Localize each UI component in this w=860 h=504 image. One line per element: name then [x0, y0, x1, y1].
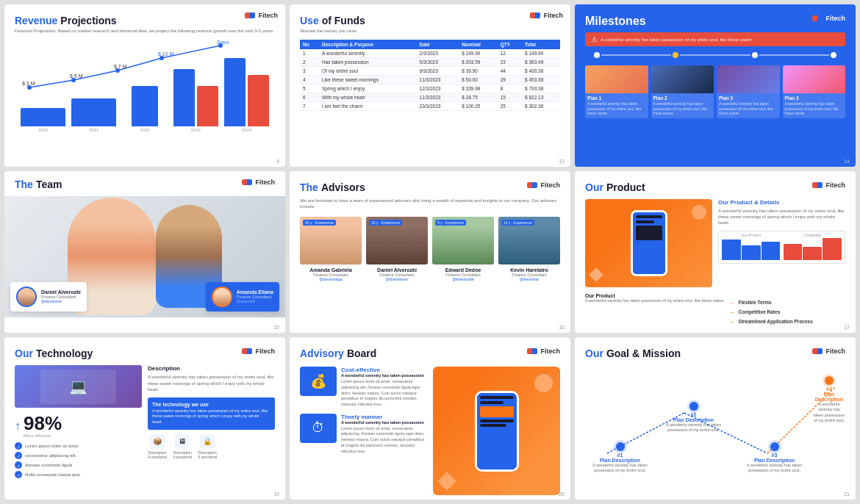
advisor-item-1: 20 y - Experience Amanda Gabriela Financ…: [300, 217, 362, 281]
ms-plan-label-2: Plan 2: [653, 96, 712, 101]
ms-plan-img-1: [585, 65, 648, 93]
phone-shape: [631, 210, 667, 276]
logo-dot-advisory: [527, 348, 537, 354]
funds-cell-nominal: $ 149.90: [459, 49, 498, 58]
goal-title-dark: Goal & Mission: [606, 348, 681, 359]
feature-arrow-1: →: [729, 299, 736, 306]
funds-cell-no: 6: [300, 93, 319, 102]
check-circle-4: ✓: [15, 471, 22, 478]
bar-blue-2021: [71, 98, 116, 126]
bar-label-2021: 2021: [89, 128, 98, 132]
team-member-card-right: Amanda Eliana Finance Consultant @amanda…: [206, 282, 279, 312]
goal-node-2: #2 Plan Description A wonderful serenity…: [666, 402, 721, 433]
funds-col-total: Total: [522, 40, 560, 49]
milestones-logo-text: Fitech: [825, 15, 845, 22]
advisory-logo-text: Fitech: [540, 348, 560, 355]
tech-icon-label-3: DescriptionA wonderful: [198, 450, 217, 459]
advisory-icon-2: ⏱: [300, 414, 337, 443]
funds-cell-desc: Has taken possession: [319, 58, 417, 67]
funds-cell-qty: 15: [498, 93, 522, 102]
feature-text-2: Competitive Rates: [739, 309, 781, 314]
product-chart-group-1: Our Product: [722, 233, 781, 260]
funds-cell-total: $ 149.90: [522, 49, 560, 58]
goal-logo: Fitech: [812, 348, 845, 355]
funds-table-row: 4Like these sweet mornings11/3/2023$ 50.…: [300, 76, 560, 84]
ms-plan-img-4: [783, 65, 846, 93]
technology-card: Our Technology Fitech 💻 ↑ 98% More effec…: [4, 337, 285, 500]
tech-icon-label-1: DescriptionA wonderful: [148, 450, 167, 459]
goal-card: Our Goal & Mission Fitech #1 Plan Descri…: [575, 337, 856, 500]
advisory-item-badge-2: A wonderful serenity has taken possessio…: [341, 420, 427, 425]
advisory-page-num: 20: [559, 492, 565, 497]
advisory-phone-display: [433, 367, 560, 495]
funds-table-row: 5Spring which I enjoy12/3/2023$ 339.998$…: [300, 84, 560, 93]
advisor-name-3: Edward Dedoe: [445, 267, 481, 273]
feature-arrow-2: →: [729, 309, 736, 316]
team-title-row: The Team: [15, 179, 62, 190]
advisory-title-dark: Board: [347, 348, 376, 359]
bar-group-2022: 2022: [122, 86, 167, 132]
milestone-dot-2: [671, 51, 680, 60]
milestones-page-num: 14: [844, 159, 850, 164]
funds-cell-total: $ 363.49: [522, 58, 560, 67]
product-bar-blue-3: [762, 242, 781, 260]
funds-cell-total: $ 453.38: [522, 76, 560, 84]
bar-label-2022: 2022: [140, 128, 149, 132]
advisor-name-1: Amanda Gabriela: [309, 267, 352, 273]
advisory-title-row: Advisory Board: [300, 348, 376, 359]
tech-check-item-3: ✓ Aenean commodo ligula: [15, 461, 142, 469]
ms-plan-card-3: Plan 3 A wonderful serenity has taken po…: [717, 65, 780, 118]
tech-bottom-title: The technology we use: [152, 402, 270, 407]
goal-dot-2: [689, 402, 698, 411]
ms-plan-text-3: A wonderful serenity has taken possessio…: [719, 101, 778, 116]
check-text-4: Nulla consequat massa quis: [25, 472, 80, 477]
goal-header-row: Our Goal & Mission Fitech: [585, 348, 845, 361]
tech-left: 💻 ↑ 98% More effective ✓ Lorem ipsum dol…: [15, 365, 142, 480]
product-chart-group-2: Competitor: [784, 233, 842, 260]
advisory-screen-bar-4: [480, 424, 507, 427]
bar-red-2023: [197, 86, 218, 126]
member-twitter-amanda: @amandali: [237, 299, 273, 303]
advisor-item-3: 8 y - Experience Edward Dedoe Finance Co…: [432, 217, 494, 281]
phone-screen-bar-2: [636, 220, 654, 223]
product-right-content: Our Product & Details A wonderful sereni…: [718, 199, 845, 287]
advisory-item-text-1: Lorem ipsum dolor sit amet, consectetur …: [341, 379, 427, 407]
tech-title-dark: Technology: [36, 348, 93, 359]
goal-plan-text-3: A wonderful serenity has taken possessio…: [747, 463, 802, 473]
advisory-item-badge-1: A wonderful serenity has taken possessio…: [341, 373, 427, 378]
product-bar-group-2: [784, 238, 842, 260]
tech-icon-label-2: DescriptionA wonderful: [173, 450, 192, 459]
funds-cell-desc: I am feel the charm: [319, 102, 417, 111]
logo-dot-advisors: [527, 182, 537, 188]
product-bar-blue-1: [722, 240, 741, 260]
advisor-twitter-2: @danielaver: [386, 277, 409, 281]
check-text-2: consectetur adipiscing elit.: [25, 453, 76, 458]
advisory-title-blue: Advisory: [300, 348, 344, 359]
phone-screen-main: [636, 226, 662, 240]
goal-title-row: Our Goal & Mission: [585, 348, 681, 359]
logo-dot-tech: [242, 348, 252, 354]
goal-map: #1 Plan Description A wonderful serenity…: [585, 365, 845, 494]
advisory-logo: Fitech: [527, 348, 560, 355]
feature-text-3: Streamlined Application Process: [739, 319, 813, 324]
funds-title-dark: of Funds: [322, 15, 365, 26]
advisors-subtitle: We are fortunate to have a team of exper…: [300, 198, 560, 210]
check-text-1: Lorem ipsum dolor sit amet: [25, 444, 78, 448]
funds-cell-nominal: $ 28.75: [459, 93, 498, 102]
product-title-blue: Our: [585, 181, 603, 193]
tech-title-blue: Our: [15, 348, 33, 359]
advisory-item-2: ⏱ Timely manner A wonderful serenity has…: [300, 414, 427, 454]
our-product-desc: A wonderful serenity has taken possessio…: [585, 298, 725, 303]
tech-check-item-1: ✓ Lorem ipsum dolor sit amet: [15, 442, 142, 450]
funds-table: No Description & Purpose Date Nominal QT…: [300, 40, 560, 111]
funds-cell-qty: 23: [498, 58, 522, 67]
advisory-icon-1: 💰: [300, 367, 337, 396]
funds-cell-date: 23/3/2023: [417, 102, 459, 111]
tech-image-icon: 💻: [40, 370, 117, 403]
tech-icon-item-2: 🖥 DescriptionA wonderful: [173, 434, 192, 459]
funds-card: Use of Funds Fitech Allocate the money y…: [290, 4, 570, 167]
milestones-title: Milestones: [585, 15, 646, 28]
product-bar-red-3: [823, 238, 842, 260]
bar-pair-2023: [173, 69, 218, 126]
revenue-subtitle: Financial Projections: Based on market r…: [15, 28, 275, 34]
